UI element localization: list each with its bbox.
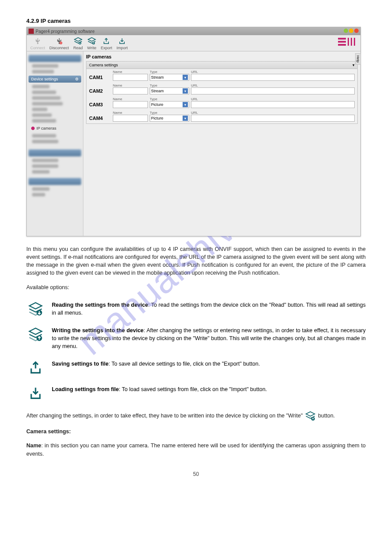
field-label: Name [113, 70, 148, 74]
write-icon [26, 326, 45, 342]
cam-name-input[interactable] [113, 115, 148, 122]
desc-text: Reading the settings from the device: To… [52, 301, 366, 317]
desc-label: Reading the settings from the device [52, 302, 148, 308]
chevron-down-icon: ▾ [352, 63, 355, 67]
field-label: URL [191, 97, 355, 101]
page-number: 50 [26, 471, 366, 477]
desc-label: Loading settings from file [52, 386, 119, 392]
sidebar-section[interactable] [29, 149, 81, 156]
main-panel: Help IP cameras Camera settings ▾ CAM1 N… [83, 51, 360, 236]
read-icon [74, 37, 83, 46]
field-label: URL [191, 70, 355, 74]
cam-name-input[interactable] [113, 87, 148, 94]
desc-read: Reading the settings from the device: To… [26, 301, 366, 317]
sidebar-item-ip-cameras[interactable]: IP cameras [29, 125, 81, 132]
toolbar-label: Connect [30, 46, 45, 50]
select-value: Picture [151, 102, 163, 107]
sidebar-section[interactable] [29, 55, 81, 62]
desc-label: Writing the settings into the device [52, 327, 144, 334]
cam-name-input[interactable] [113, 74, 148, 81]
usb-icon [33, 37, 42, 46]
cam-url-input[interactable] [191, 101, 355, 108]
help-tab[interactable]: Help [355, 53, 361, 65]
active-dot-icon [31, 127, 35, 130]
cam-url-input[interactable] [191, 115, 355, 122]
svg-rect-1 [60, 43, 62, 43]
cam-label: CAM2 [89, 88, 111, 94]
desc-body: : To save all device settings to file, c… [108, 361, 260, 367]
disconnect-button[interactable]: Disconnect [50, 37, 69, 50]
cam-name-input[interactable] [113, 101, 148, 108]
button-descriptions: Reading the settings from the device: To… [26, 301, 366, 402]
cam-type-select[interactable]: Picture▼ [150, 115, 189, 122]
app-window: Pager4 programming software Connect Disc… [26, 27, 361, 236]
window-title: Pager4 programming software [36, 29, 95, 34]
field-label: Name [113, 111, 148, 115]
chevron-down-icon: ▼ [183, 75, 188, 80]
chevron-down-icon: ▼ [183, 116, 188, 121]
import-button[interactable]: Import [116, 37, 128, 50]
write-button[interactable]: Write [87, 37, 97, 50]
desc-export: Saving settings to file: To save all dev… [26, 360, 366, 376]
field-name-body: : in this section you can name your came… [26, 443, 366, 457]
toolbar-label: Disconnect [50, 46, 69, 50]
desc-body: : To load saved settings from file, clic… [119, 386, 267, 392]
export-button[interactable]: Export [101, 37, 112, 50]
title-bar: Pager4 programming software [27, 27, 360, 35]
field-label: Type [150, 70, 189, 74]
write-icon [87, 37, 96, 46]
cam-label: CAM3 [89, 102, 111, 108]
app-icon [29, 29, 34, 34]
subsection-title: Camera settings: [26, 428, 366, 435]
tell-logo [338, 38, 356, 46]
field-label: Type [150, 97, 189, 101]
field-label: Type [150, 111, 189, 115]
cam-row-3: CAM3 Name Type Picture▼ URL [86, 96, 357, 110]
panel-title: IP cameras [86, 54, 358, 59]
sidebar-label: Device settings [31, 77, 58, 81]
field-label: Name [113, 97, 148, 101]
maximize-icon[interactable] [349, 29, 353, 33]
select-value: Picture [151, 116, 163, 120]
connect-button[interactable]: Connect [30, 37, 45, 50]
cam-url-input[interactable] [191, 87, 355, 94]
hint-part2: button. [318, 413, 335, 419]
cam-type-select[interactable]: Picture▼ [150, 101, 189, 108]
minimize-icon[interactable] [344, 29, 348, 33]
desc-text: Writing the settings into the device: Af… [52, 326, 366, 350]
camera-settings-box: Camera settings ▾ CAM1 Name Type Stream▼… [86, 61, 358, 124]
import-icon [26, 385, 45, 401]
sidebar-item-label: IP cameras [36, 126, 56, 131]
select-value: Stream [151, 89, 164, 93]
close-icon[interactable] [354, 29, 359, 33]
section-number: 4.2.9 IP cameras [26, 18, 366, 24]
sidebar-section[interactable] [29, 178, 81, 185]
import-icon [118, 37, 126, 46]
cam-type-select[interactable]: Stream▼ [150, 87, 189, 94]
chevron-down-icon: ▼ [183, 102, 188, 107]
usb-disconnect-icon [55, 37, 64, 46]
select-value: Stream [151, 75, 164, 80]
paragraph-buttons-intro: Available options: [26, 283, 366, 291]
desc-import: Loading settings from file: To load save… [26, 385, 366, 401]
sidebar-section-device-settings[interactable]: Device settings⚙ [29, 76, 81, 83]
cam-type-select[interactable]: Stream▼ [150, 74, 189, 81]
window-controls [344, 29, 359, 33]
field-label: Type [150, 83, 189, 87]
sidebar: Device settings⚙ IP cameras [27, 51, 83, 236]
read-button[interactable]: Read [73, 37, 83, 50]
desc-text: Saving settings to file: To save all dev… [52, 360, 260, 368]
desc-label: Saving settings to file [52, 361, 108, 367]
read-icon [26, 301, 45, 317]
cam-url-input[interactable] [191, 74, 355, 81]
camera-settings-header[interactable]: Camera settings ▾ [86, 62, 357, 69]
field-label: URL [191, 111, 355, 115]
cam-row-4: CAM4 Name Type Picture▼ URL [86, 110, 357, 123]
export-icon [102, 37, 111, 46]
chevron-down-icon: ▼ [183, 88, 188, 94]
toolbar-label: Import [116, 46, 128, 50]
toolbar-label: Export [101, 46, 112, 50]
field-name-label: Name [26, 443, 41, 449]
field-label: Name [113, 83, 148, 87]
desc-text: Loading settings from file: To load save… [52, 385, 267, 393]
